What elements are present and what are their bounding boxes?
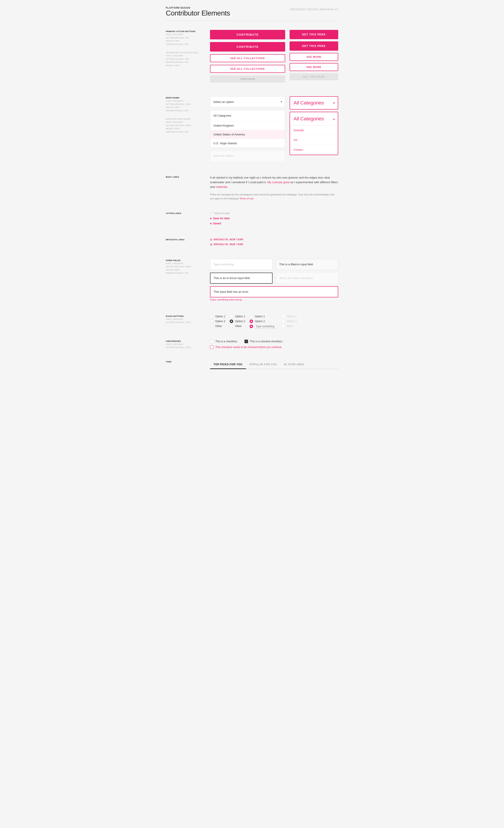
radio-circle-3-1: [249, 315, 253, 318]
emphasis-open-header[interactable]: All Categories ▴: [290, 112, 338, 125]
radio-circle-1-1: [210, 315, 214, 318]
see-all-button-2[interactable]: SEE ALL COLLECTIONS: [210, 65, 285, 73]
radio-label-1-1: Option 1: [215, 315, 225, 318]
radio-buttons-label: RADIO BUTTONS FONT: 14PX/20PXLETTER-SPAC…: [166, 315, 205, 329]
focus-input[interactable]: [210, 273, 273, 284]
get-perk-button-1[interactable]: GET THIS PERK: [289, 30, 338, 39]
page-container: PLATFORM DESIGN Contributor Elements IND…: [157, 0, 347, 394]
heart-outline-icon: ♡: [210, 212, 213, 215]
perks-text-end: .: [254, 197, 254, 200]
radio-label-4-other: Other: [287, 325, 293, 328]
radio-option-1-2[interactable]: Option 2: [210, 320, 225, 323]
radio-option-3-2[interactable]: Option 2: [249, 320, 277, 323]
radio-option-2-other[interactable]: Other: [230, 324, 245, 328]
radio-circle-4-1: [281, 315, 285, 318]
metadata-links-title: METADATA LINKS: [166, 238, 205, 241]
option-us-virgin-islands[interactable]: U.S. Virgin Islands: [210, 139, 285, 148]
radio-option-2-1[interactable]: Option 1: [230, 315, 245, 318]
checkbox-checked[interactable]: ✓ This is a checked checkbox.: [244, 340, 283, 343]
emphasis-open-label: All Categories: [293, 116, 324, 122]
radio-option-4-2: Option 2: [281, 320, 296, 323]
emphasis-option-animals[interactable]: Animals: [290, 125, 338, 135]
curiosity-link[interactable]: My curiosity grew: [267, 180, 289, 184]
radio-circle-3-other-pink: [249, 325, 253, 328]
location-link-1[interactable]: ⊙ BROOKLYN, NEW YORK: [210, 238, 338, 241]
platform-label: PLATFORM DESIGN: [166, 7, 230, 9]
radio-other-input[interactable]: [255, 324, 277, 329]
tab-in-your-area[interactable]: IN YOUR AREA: [280, 360, 308, 369]
heart-filled-icon: ♥: [210, 217, 212, 220]
checkbox-unchecked[interactable]: This is a checkbox.: [210, 340, 238, 343]
checkbox-error[interactable]: This checkbox needs to be checked before…: [210, 345, 338, 349]
option-united-states[interactable]: United States of America: [210, 130, 285, 139]
select-option-select[interactable]: Select an option: [210, 96, 285, 107]
checkboxes-section: CHECKBOXES FONT: 12PX/20PXLETTER-SPACING…: [166, 340, 338, 349]
get-perk-button-2[interactable]: GET THIS PERK: [289, 41, 338, 51]
radio-label-4-1: Option 1: [287, 315, 296, 318]
tabs-bar: TOP PICKS FOR YOU POPULAR FOR YOU IN YOU…: [210, 360, 338, 369]
body-links-title: BODY LINKS: [166, 175, 205, 178]
saved-label: Saved: [213, 222, 221, 225]
save-inactive-label: Save for later: [214, 212, 230, 215]
heart-saved-icon: ♥: [210, 222, 212, 225]
radio-groups-container: Option 1 Option 2 Other Option 1: [210, 315, 338, 329]
tab-top-picks[interactable]: TOP PICKS FOR YOU: [210, 360, 246, 369]
see-more-button-1[interactable]: SEE MORE: [289, 53, 338, 61]
primary-buttons-label: PRIMARY ACTION BUTTONS: [166, 30, 205, 33]
see-more-button-2[interactable]: SEE MORE: [289, 63, 338, 71]
saved-link[interactable]: ♥ Saved: [210, 222, 338, 225]
radio-option-4-1: Option 1: [281, 315, 296, 318]
header-left: PLATFORM DESIGN Contributor Elements: [166, 7, 230, 17]
location-text-2: BROOKLYN, NEW YORK: [214, 243, 243, 246]
see-all-button-1[interactable]: SEE ALL COLLECTIONS: [210, 54, 285, 62]
contribute-button-2[interactable]: CONTRIBUTE: [210, 42, 285, 51]
radio-buttons-content: Option 1 Option 2 Other Option 1: [210, 315, 338, 329]
chevron-down-icon-emphasis: ▾: [333, 101, 335, 105]
buttons-section: PRIMARY ACTION BUTTONS FONT: 14PX/20PXLE…: [166, 30, 338, 85]
save-for-later-inactive[interactable]: ♡ Save for later: [210, 212, 338, 215]
emphasis-option-comics[interactable]: Comics: [290, 145, 338, 155]
select-option-dropdown[interactable]: Select an option ▾: [210, 96, 285, 107]
radio-option-1-1[interactable]: Option 1: [210, 315, 225, 318]
radio-option-3-other[interactable]: [249, 324, 277, 329]
all-categories-dropdown-open[interactable]: All Categories United Kingdom United Sta…: [210, 110, 285, 148]
checkbox-box-unchecked: [210, 340, 214, 343]
error-input[interactable]: [210, 286, 338, 297]
metadata-links-content: ⊙ BROOKLYN, NEW YORK ⊙ BROOKLYN, NEW YOR…: [210, 238, 338, 248]
option-united-kingdom[interactable]: United Kingdom: [210, 121, 285, 130]
contribute-button-1[interactable]: CONTRIBUTE: [210, 30, 285, 39]
form-fields-section: FORM FIELDS FONT: 14PX/20PXLETTER-SPACIN…: [166, 259, 338, 303]
save-for-later-active[interactable]: ♥ Save for later: [210, 217, 338, 220]
checkbox-row-1: This is a checkbox. ✓ This is a checked …: [210, 340, 338, 343]
radio-option-3-1[interactable]: Option 1: [249, 315, 277, 318]
terms-link[interactable]: Terms of use: [240, 197, 254, 200]
emphasis-closed-label: All Categories: [293, 100, 324, 106]
materials-link[interactable]: materials: [216, 185, 227, 189]
radio-group-4: Option 1 Option 2 Other: [281, 315, 296, 329]
placeholder-input[interactable]: [210, 259, 272, 270]
secondary-buttons-label: SECONDARY ACTION BUTTONS: [166, 51, 205, 54]
radio-label-2-1: Option 1: [235, 315, 245, 318]
form-fields-content: This is a filled-in input field Oops, so…: [210, 259, 338, 303]
checkbox-checked-label: This is a checked checkbox.: [250, 340, 283, 343]
action-links-title: ACTION LINKS: [166, 212, 205, 215]
all-categories-header[interactable]: All Categories: [210, 110, 285, 121]
tabs-content: TOP PICKS FOR YOU POPULAR FOR YOU IN YOU…: [210, 360, 338, 369]
radio-label-2-2: Option 2: [235, 320, 245, 323]
radio-option-1-other[interactable]: Other: [210, 324, 225, 328]
radio-label-4-2: Option 2: [287, 320, 296, 323]
chevron-up-icon-emphasis: ▴: [333, 117, 335, 121]
dropdowns-section-label: DROP DOWN FONT: 14PX/20PXLETTER-SPACING:…: [166, 96, 205, 164]
body-text-end: .: [227, 185, 228, 189]
radio-group-1: Option 1 Option 2 Other: [210, 315, 225, 329]
emphasis-dropdown-open[interactable]: All Categories ▴ Animals Art Comics: [289, 112, 338, 155]
radio-option-2-2[interactable]: Option 2: [230, 320, 245, 323]
location-link-2[interactable]: ⊙ BROOKLYN, NEW YORK: [210, 243, 338, 246]
filled-input[interactable]: This is a filled-in input field: [276, 259, 338, 270]
emphasis-dropdown-closed[interactable]: All Categories ▾: [289, 96, 338, 110]
emphasis-option-art[interactable]: Art: [290, 135, 338, 145]
tabs-section: TABS TOP PICKS FOR YOU POPULAR FOR YOU I…: [166, 360, 338, 369]
secondary-font-detail: FONT: 12PX/20PXLETTER-SPACING: 1PXBORDER…: [166, 54, 205, 67]
disabled-input: [276, 273, 338, 284]
tab-popular-for-you[interactable]: POPULAR FOR YOU: [246, 360, 280, 369]
